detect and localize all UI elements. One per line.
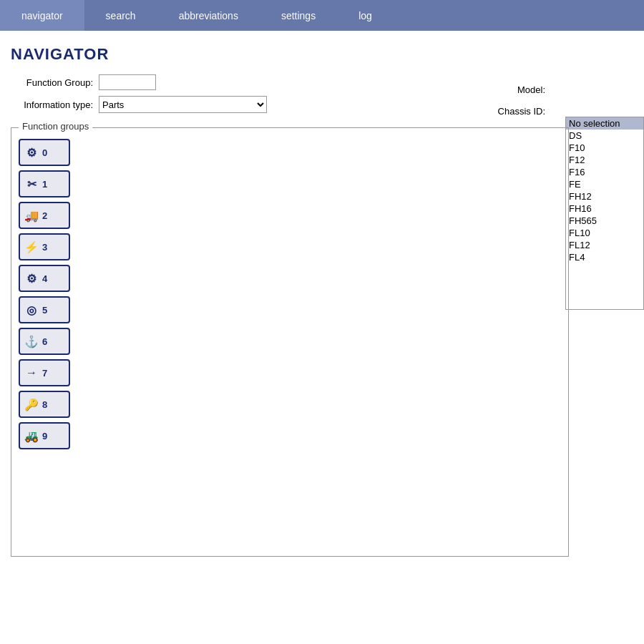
group-btn-5[interactable]: ◎5 <box>19 296 70 323</box>
model-item-fh16[interactable]: FH16 <box>566 203 643 215</box>
group-btn-1[interactable]: ✂1 <box>19 170 70 197</box>
group-btn-9[interactable]: 🚜9 <box>19 422 70 449</box>
group-icon-6: ⚓ <box>24 335 39 348</box>
group-num-6: 6 <box>42 336 47 347</box>
nav-abbreviations[interactable]: abbreviations <box>157 0 260 31</box>
model-item-fl10[interactable]: FL10 <box>566 227 643 239</box>
group-num-1: 1 <box>42 179 47 190</box>
model-item-f16[interactable]: F16 <box>566 166 643 178</box>
group-num-0: 0 <box>42 147 47 158</box>
chassis-id-label: Chassis ID: <box>488 106 545 117</box>
model-item-f12[interactable]: F12 <box>566 154 643 166</box>
group-icon-8: 🔑 <box>24 398 39 411</box>
model-item-fh12[interactable]: FH12 <box>566 190 643 203</box>
function-groups-label: Function groups <box>19 121 92 132</box>
function-group-input[interactable] <box>99 74 156 90</box>
nav-bar: navigatorsearchabbreviationssettingslog <box>0 0 644 31</box>
information-type-label: Information type: <box>11 99 93 110</box>
group-num-4: 4 <box>42 273 47 284</box>
group-icon-9: 🚜 <box>24 429 39 443</box>
nav-log[interactable]: log <box>337 0 394 31</box>
group-num-7: 7 <box>42 368 47 379</box>
group-btn-6[interactable]: ⚓6 <box>19 328 70 355</box>
group-icon-0: ⚙ <box>24 146 39 160</box>
model-item-no-selection[interactable]: No selection <box>566 117 643 130</box>
group-btn-4[interactable]: ⚙4 <box>19 265 70 292</box>
nav-settings[interactable]: settings <box>260 0 337 31</box>
group-btn-8[interactable]: 🔑8 <box>19 391 70 418</box>
group-num-5: 5 <box>42 305 47 316</box>
function-groups-container: Function groups ⚙0✂1🚚2⚡3⚙4◎5⚓6→7🔑8🚜9 <box>11 127 569 557</box>
group-icon-1: ✂ <box>24 177 39 191</box>
model-list[interactable]: No selectionDSF10F12F16FEFH12FH16FH565FL… <box>565 117 644 310</box>
group-buttons: ⚙0✂1🚚2⚡3⚙4◎5⚓6→7🔑8🚜9 <box>11 128 568 460</box>
nav-navigator[interactable]: navigator <box>0 0 84 31</box>
group-btn-3[interactable]: ⚡3 <box>19 233 70 260</box>
group-icon-5: ◎ <box>24 303 39 317</box>
group-btn-2[interactable]: 🚚2 <box>19 202 70 229</box>
group-icon-7: → <box>24 366 39 379</box>
group-icon-2: 🚚 <box>24 209 39 223</box>
group-num-8: 8 <box>42 399 47 410</box>
information-type-select[interactable]: PartsServiceWiringSpecifications <box>99 96 267 113</box>
model-item-fl12[interactable]: FL12 <box>566 239 643 251</box>
nav-search[interactable]: search <box>84 0 157 31</box>
group-btn-0[interactable]: ⚙0 <box>19 139 70 166</box>
page-title: NAVIGATOR <box>11 45 633 64</box>
function-group-label: Function Group: <box>11 77 93 88</box>
model-label: Model: <box>488 84 545 95</box>
group-num-9: 9 <box>42 431 47 441</box>
model-item-f10[interactable]: F10 <box>566 142 643 154</box>
group-icon-4: ⚙ <box>24 272 39 286</box>
model-item-fe[interactable]: FE <box>566 178 643 190</box>
model-item-fh565[interactable]: FH565 <box>566 215 643 227</box>
group-icon-3: ⚡ <box>24 240 39 254</box>
group-num-2: 2 <box>42 210 47 221</box>
group-num-3: 3 <box>42 242 47 253</box>
group-btn-7[interactable]: →7 <box>19 359 70 386</box>
main-content: NAVIGATOR Function Group: Information ty… <box>0 31 644 571</box>
model-item-fl4[interactable]: FL4 <box>566 251 643 263</box>
model-item-ds[interactable]: DS <box>566 130 643 142</box>
